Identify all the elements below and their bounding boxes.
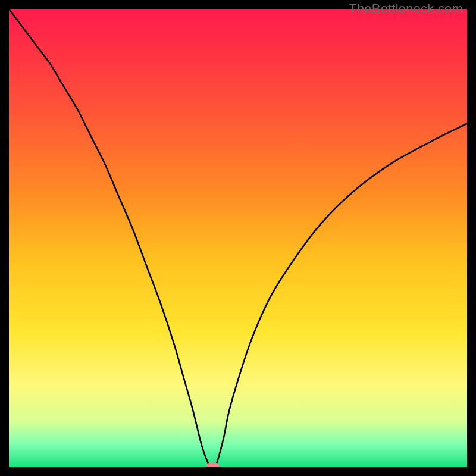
watermark-text: TheBottleneck.com — [349, 1, 463, 17]
optimal-marker — [206, 463, 220, 467]
gradient-background — [9, 9, 467, 467]
bottleneck-chart — [9, 9, 467, 467]
chart-frame — [9, 9, 467, 467]
